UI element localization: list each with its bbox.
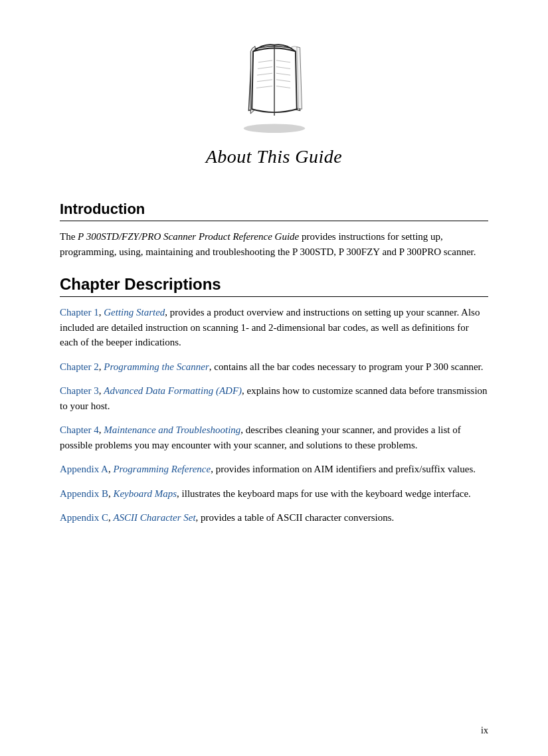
book-icon xyxy=(231,40,318,133)
intro-italic: P 300STD/FZY/PRO Scanner Product Referen… xyxy=(78,231,299,242)
chapter-entry-1: Chapter 2, Programming the Scanner, cont… xyxy=(60,359,488,375)
page-container: About This Guide Introduction The P 300S… xyxy=(0,0,548,756)
chapter-link-3[interactable]: Chapter 4 xyxy=(60,425,99,435)
chapter-entry-5: Appendix B, Keyboard Maps, illustrates t… xyxy=(60,486,488,502)
chapter-italic-link-2[interactable]: Advanced Data Formatting (ADF) xyxy=(104,385,242,396)
book-icon-container xyxy=(60,40,488,133)
svg-point-0 xyxy=(243,124,305,133)
chapter-link-4[interactable]: Appendix A xyxy=(60,464,108,474)
chapter-entry-0: Chapter 1, Getting Started, provides a p… xyxy=(60,305,488,350)
chapter-link-2[interactable]: Chapter 3 xyxy=(60,385,99,396)
chapter-link-6[interactable]: Appendix C xyxy=(60,512,108,523)
introduction-heading: Introduction xyxy=(60,201,488,218)
chapter-italic-link-5[interactable]: Keyboard Maps xyxy=(113,488,177,499)
chapter-italic-link-0[interactable]: Getting Started xyxy=(104,307,165,318)
chapter-link-1[interactable]: Chapter 2 xyxy=(60,361,99,372)
introduction-divider xyxy=(60,221,488,221)
introduction-section: Introduction The P 300STD/FZY/PRO Scanne… xyxy=(60,201,488,259)
introduction-text: The P 300STD/FZY/PRO Scanner Product Ref… xyxy=(60,229,488,259)
chapter-entry-4: Appendix A, Programming Reference, provi… xyxy=(60,462,488,477)
chapter-italic-link-6[interactable]: ASCII Character Set xyxy=(113,512,195,523)
chapter-link-5[interactable]: Appendix B xyxy=(60,488,108,499)
chapter-entry-2: Chapter 3, Advanced Data Formatting (ADF… xyxy=(60,383,488,413)
chapter-italic-link-1[interactable]: Programming the Scanner xyxy=(104,361,209,372)
chapter-entries-container: Chapter 1, Getting Started, provides a p… xyxy=(60,305,488,525)
chapter-entry-6: Appendix C, ASCII Character Set, provide… xyxy=(60,510,488,525)
chapter-link-0[interactable]: Chapter 1 xyxy=(60,307,99,318)
chapter-italic-link-4[interactable]: Programming Reference xyxy=(113,464,211,474)
chapter-descriptions-section: Chapter Descriptions Chapter 1, Getting … xyxy=(60,275,488,525)
page-number: ix xyxy=(481,725,488,736)
intro-text-before: The xyxy=(60,231,78,242)
chapter-italic-link-3[interactable]: Maintenance and Troubleshooting xyxy=(104,425,240,435)
chapter-entry-3: Chapter 4, Maintenance and Troubleshooti… xyxy=(60,423,488,452)
chapter-descriptions-divider xyxy=(60,296,488,297)
page-title: About This Guide xyxy=(60,146,488,167)
chapter-descriptions-heading: Chapter Descriptions xyxy=(60,275,488,294)
